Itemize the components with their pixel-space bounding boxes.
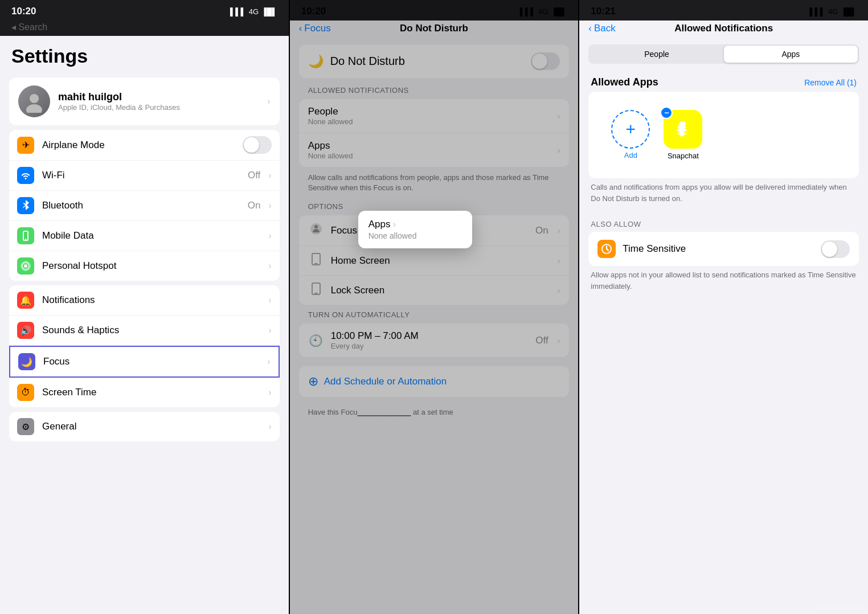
popup-apps-sub: None allowed xyxy=(369,231,462,240)
settings-section-connectivity: ✈ Airplane Mode Wi-Fi Off › Bluetooth On… xyxy=(9,130,280,281)
mobile-label: Mobile Data xyxy=(42,230,260,241)
time-sensitive-toggle[interactable] xyxy=(821,240,850,258)
add-app-container: + Add xyxy=(611,110,650,159)
focus-label: Focus xyxy=(43,356,259,367)
bluetooth-label: Bluetooth xyxy=(42,200,240,211)
snapchat-app[interactable]: − Snapchat xyxy=(664,110,702,160)
wifi-label: Wi-Fi xyxy=(42,170,240,181)
nav-title-3: Allowed Notifications xyxy=(674,23,773,34)
settings-row-bluetooth[interactable]: Bluetooth On › xyxy=(9,191,280,221)
svg-point-1 xyxy=(26,104,42,113)
settings-row-focus[interactable]: 🌙 Focus › xyxy=(9,346,280,378)
settings-title: Settings xyxy=(11,45,277,67)
status-icons-3: ▌▌▌ 4G ▐█▌ xyxy=(809,7,857,16)
back-chevron-3: ‹ xyxy=(588,23,592,34)
bluetooth-chevron: › xyxy=(268,200,271,211)
avatar xyxy=(18,85,50,117)
apps-grid-container: + Add − Snapchat xyxy=(588,92,859,178)
wifi-value: Off xyxy=(248,170,260,181)
status-icons-1: ▌▌▌ 4G ▐█▌ xyxy=(230,7,277,16)
network-type-1: 4G xyxy=(249,7,259,16)
wifi-chevron: › xyxy=(268,170,271,181)
also-allow-header: ALSO ALLOW xyxy=(579,212,868,232)
settings-section-general: ⚙ General › xyxy=(9,412,280,441)
popup-apps-label: Apps › xyxy=(369,219,462,230)
settings-row-sounds[interactable]: 🔊 Sounds & Haptics › xyxy=(9,316,280,346)
nav-bar-3: ‹ Back Allowed Notifications xyxy=(579,21,868,40)
signal-icon-3: ▌▌▌ xyxy=(809,7,825,16)
remove-all-btn[interactable]: Remove All (1) xyxy=(804,78,857,87)
settings-row-mobile[interactable]: Mobile Data › xyxy=(9,221,280,251)
settings-header: Settings xyxy=(0,36,289,73)
profile-sub: Apple ID, iCloud, Media & Purchases xyxy=(58,103,259,112)
back-text-1: ◂ Search xyxy=(11,22,47,32)
bluetooth-value: On xyxy=(248,200,261,211)
dim-overlay xyxy=(290,0,579,614)
screentime-icon: ⏱ xyxy=(17,384,34,401)
wifi-icon xyxy=(17,167,34,184)
sounds-icon: 🔊 xyxy=(17,322,34,339)
time-sensitive-icon xyxy=(597,240,616,258)
notifications-chevron: › xyxy=(268,295,271,305)
screentime-label: Screen Time xyxy=(42,387,260,398)
settings-section-focus: 🔔 Notifications › 🔊 Sounds & Haptics › 🌙… xyxy=(9,285,280,407)
panel-settings: 10:20 ▌▌▌ 4G ▐█▌ ◂ Search Settings mahit… xyxy=(0,0,289,614)
airplane-icon: ✈ xyxy=(17,137,34,154)
general-chevron: › xyxy=(268,421,271,432)
settings-row-notifications[interactable]: 🔔 Notifications › xyxy=(9,285,280,316)
allowed-apps-title: Allowed Apps xyxy=(591,76,658,88)
hotspot-icon xyxy=(17,257,34,275)
snapchat-label: Snapchat xyxy=(664,152,702,160)
panel-allowed: 10:21 ▌▌▌ 4G ▐█▌ ‹ Back Allowed Notifica… xyxy=(578,0,868,614)
svg-point-4 xyxy=(24,264,27,268)
add-app-button[interactable]: + xyxy=(611,110,650,149)
segment-control[interactable]: People Apps xyxy=(588,44,859,64)
general-icon: ⚙ xyxy=(17,418,34,435)
time-sensitive-row[interactable]: Time Sensitive xyxy=(588,232,859,266)
watermark: www.deuag.com xyxy=(815,603,861,609)
time-sensitive-label: Time Sensitive xyxy=(623,243,814,255)
settings-row-screentime[interactable]: ⏱ Screen Time › xyxy=(9,378,280,407)
status-bar-1: 10:20 ▌▌▌ 4G ▐█▌ xyxy=(0,0,289,21)
apps-popup[interactable]: Apps › None allowed xyxy=(358,211,472,248)
settings-row-airplane[interactable]: ✈ Airplane Mode xyxy=(9,130,280,161)
sounds-chevron: › xyxy=(268,325,271,335)
allowed-apps-header: Allowed Apps Remove All (1) xyxy=(579,68,868,92)
back-label-3: Back xyxy=(594,23,616,34)
svg-rect-3 xyxy=(25,239,26,240)
settings-row-hotspot[interactable]: Personal Hotspot › xyxy=(9,251,280,281)
hotspot-chevron: › xyxy=(268,261,271,271)
battery-icon-3: ▐█▌ xyxy=(841,7,857,16)
profile-name: mahit huilgol xyxy=(58,91,259,103)
allowed-apps-desc: Calls and notifications from apps you al… xyxy=(579,178,868,212)
status-time-1: 10:20 xyxy=(11,6,36,17)
allowed-content: People Apps Allowed Apps Remove All (1) … xyxy=(579,40,868,614)
network-type-3: 4G xyxy=(828,7,838,16)
airplane-toggle[interactable] xyxy=(243,136,272,154)
tab-people[interactable]: People xyxy=(589,46,723,63)
popup-apps-row[interactable]: Apps › None allowed xyxy=(358,211,472,248)
status-time-3: 10:21 xyxy=(591,6,615,17)
airplane-label: Airplane Mode xyxy=(42,140,235,151)
notifications-icon: 🔔 xyxy=(17,292,34,309)
notifications-label: Notifications xyxy=(42,294,260,306)
bluetooth-icon xyxy=(17,197,34,214)
back-row-1: ◂ Search xyxy=(0,21,289,36)
hotspot-label: Personal Hotspot xyxy=(42,260,260,272)
screentime-chevron: › xyxy=(268,387,271,398)
profile-chevron: › xyxy=(267,96,270,107)
nav-back-3[interactable]: ‹ Back xyxy=(588,23,615,34)
profile-row[interactable]: mahit huilgol Apple ID, iCloud, Media & … xyxy=(9,77,280,125)
focus-icon: 🌙 xyxy=(18,353,35,370)
tab-apps[interactable]: Apps xyxy=(724,46,858,63)
general-label: General xyxy=(42,421,260,432)
settings-row-general[interactable]: ⚙ General › xyxy=(9,412,280,441)
svg-point-0 xyxy=(30,94,39,103)
sounds-label: Sounds & Haptics xyxy=(42,325,260,336)
mobile-icon xyxy=(17,227,34,244)
settings-row-wifi[interactable]: Wi-Fi Off › xyxy=(9,161,280,191)
panel-dnd: 10:20 ▌▌▌ 4G ▐█▌ ‹ Focus Do Not Disturb … xyxy=(289,0,579,614)
time-sensitive-desc: Allow apps not in your allowed list to s… xyxy=(579,266,868,300)
profile-info: mahit huilgol Apple ID, iCloud, Media & … xyxy=(58,91,259,112)
status-bar-3: 10:21 ▌▌▌ 4G ▐█▌ xyxy=(579,0,868,21)
